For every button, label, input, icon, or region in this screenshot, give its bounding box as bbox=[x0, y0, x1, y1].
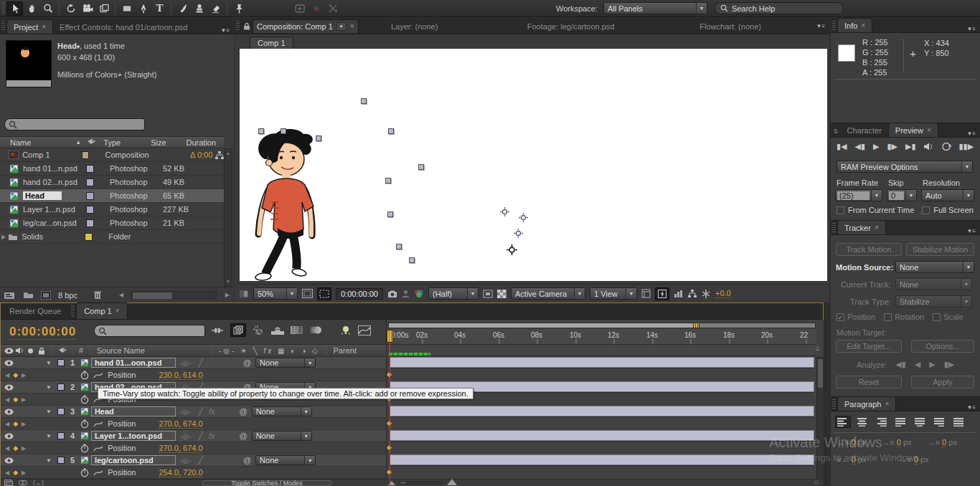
project-row-psd[interactable]: hand 02...n.psd Photoshop 49 KB bbox=[0, 176, 224, 189]
safe-zones-icon[interactable] bbox=[302, 289, 313, 298]
project-hscrollbar[interactable] bbox=[131, 291, 217, 299]
tab-effects-partial[interactable]: s bbox=[831, 123, 841, 137]
eye-icon[interactable] bbox=[4, 409, 14, 415]
close-icon[interactable]: × bbox=[885, 401, 889, 407]
tab-effect-controls[interactable]: Effect Controls: hand 01/cartoon.psd bbox=[53, 20, 194, 34]
timeline-layer-row[interactable]: ▼ 4 Layer 1...toon.psd -◎- ╱ fx @ None▼ bbox=[1, 430, 386, 442]
trash-icon[interactable] bbox=[93, 290, 102, 300]
align-center-button[interactable] bbox=[854, 416, 870, 428]
shy-layers-icon[interactable] bbox=[271, 325, 284, 335]
position-switch-icon[interactable]: -◎- bbox=[180, 359, 191, 367]
keyframe-current-icon[interactable]: ◆ bbox=[13, 371, 18, 378]
live-update-icon[interactable] bbox=[230, 323, 246, 337]
keyframe-prev-icon[interactable]: ◀ bbox=[5, 470, 9, 476]
expand-arrow-icon[interactable]: ▼ bbox=[46, 360, 52, 366]
snapshot-icon[interactable] bbox=[387, 290, 397, 298]
work-area-bar[interactable] bbox=[388, 323, 816, 328]
selection-tool[interactable] bbox=[6, 1, 23, 16]
clone-stamp-tool[interactable] bbox=[191, 1, 207, 16]
target-region-icon[interactable] bbox=[483, 290, 493, 298]
panel-menu-icon[interactable]: ▼≡ bbox=[962, 228, 980, 234]
eye-icon[interactable] bbox=[4, 384, 14, 391]
layer-handle[interactable] bbox=[387, 211, 393, 217]
close-icon[interactable]: × bbox=[927, 128, 931, 133]
layer-handle[interactable] bbox=[418, 164, 424, 170]
timeline-layer-row[interactable]: ▼ 3 Head -◎- ╱ fx @ None▼ bbox=[1, 406, 386, 418]
timeline-zoom-slider[interactable] bbox=[400, 481, 443, 485]
close-icon[interactable]: × bbox=[116, 308, 120, 314]
ram-preview-button[interactable]: ▮▮▶ bbox=[959, 142, 974, 151]
frame-blending-icon[interactable] bbox=[291, 325, 303, 335]
type-tool[interactable]: T bbox=[151, 1, 168, 16]
reset-exposure-icon[interactable] bbox=[701, 289, 711, 299]
track-motion-button[interactable]: Track Motion bbox=[836, 243, 902, 256]
layer-label-color[interactable] bbox=[57, 457, 65, 464]
layer-handle[interactable] bbox=[409, 257, 415, 263]
indent-first-value[interactable]: 0 bbox=[897, 438, 901, 447]
layer-handle[interactable] bbox=[396, 244, 402, 249]
show-snapshot-icon[interactable] bbox=[402, 290, 410, 298]
always-preview-icon[interactable] bbox=[239, 290, 249, 298]
layer-duration-bar[interactable] bbox=[390, 430, 814, 441]
layer-label-color[interactable] bbox=[57, 408, 65, 415]
parent-dropdown[interactable]: None▼ bbox=[255, 455, 316, 465]
close-icon[interactable]: × bbox=[350, 24, 354, 29]
quality-switch-icon[interactable]: ╱ bbox=[198, 456, 203, 465]
justify-last-center-button[interactable] bbox=[913, 416, 928, 428]
layer-label-color[interactable] bbox=[57, 383, 65, 391]
layer-duration-bar[interactable] bbox=[390, 406, 814, 416]
quality-switch-icon[interactable]: ╱ bbox=[198, 358, 203, 368]
label-color[interactable] bbox=[86, 178, 94, 186]
parent-dropdown[interactable]: None▼ bbox=[255, 358, 316, 368]
layer-handle[interactable] bbox=[281, 128, 286, 134]
fx-switch-icon[interactable]: fx bbox=[209, 407, 215, 416]
tab-info[interactable]: Info× bbox=[837, 18, 872, 32]
ram-preview-options-dropdown[interactable]: RAM Preview Options▼ bbox=[837, 161, 973, 173]
region-of-interest-icon[interactable] bbox=[317, 287, 331, 300]
align-right-button[interactable] bbox=[874, 416, 890, 428]
expand-arrow-icon[interactable]: ▼ bbox=[46, 433, 52, 439]
first-frame-button[interactable]: ▮◀ bbox=[837, 142, 847, 151]
layer-label-color[interactable] bbox=[57, 359, 65, 366]
scroll-left-icon[interactable]: ◀ bbox=[119, 292, 123, 298]
chevron-down-icon[interactable]: ▼ bbox=[336, 22, 347, 31]
keyframe-next-icon[interactable]: ▶ bbox=[22, 396, 26, 403]
scroll-right-icon[interactable]: ▶ bbox=[225, 292, 230, 298]
justify-all-button[interactable] bbox=[951, 416, 967, 428]
project-search-field[interactable] bbox=[4, 118, 145, 130]
panel-menu-icon[interactable]: ▼≡ bbox=[962, 404, 980, 411]
tab-paragraph[interactable]: Paragraph× bbox=[837, 396, 896, 411]
position-value[interactable]: 270.0, 674.0 bbox=[159, 419, 202, 429]
motion-blur-icon[interactable] bbox=[310, 325, 322, 335]
previous-frame-button[interactable]: ◀▮ bbox=[855, 142, 866, 151]
expand-arrow-icon[interactable]: ▶ bbox=[1, 234, 6, 240]
pen-tool[interactable] bbox=[135, 1, 151, 16]
workspace-dropdown[interactable]: All Panels▼ bbox=[603, 2, 707, 14]
exposure-value[interactable]: +0.0 bbox=[715, 289, 731, 298]
project-list-header[interactable]: Name ▲ Type Size Duration bbox=[0, 136, 224, 148]
view-layout-dropdown[interactable]: 1 View▼ bbox=[590, 287, 637, 300]
stopwatch-icon[interactable] bbox=[80, 468, 89, 477]
expand-arrow-icon[interactable]: ▼ bbox=[46, 409, 52, 415]
magnification-dropdown[interactable]: 50%▼ bbox=[253, 287, 298, 300]
expand-transfer-icon[interactable] bbox=[19, 480, 27, 486]
comp-marker-bin-icon[interactable]: ⌂ bbox=[816, 344, 820, 352]
draft-3d-icon[interactable] bbox=[253, 325, 265, 335]
resolution-dropdown[interactable]: (Half)▼ bbox=[428, 287, 479, 300]
keyframe-next-icon[interactable]: ▶ bbox=[22, 445, 26, 452]
tab-preview[interactable]: Preview× bbox=[888, 123, 938, 137]
motion-source-dropdown[interactable]: None▼ bbox=[895, 261, 974, 273]
stabilize-motion-button[interactable]: Stabilize Motion bbox=[906, 243, 974, 256]
project-row-psd[interactable]: Layer 1...n.psd Photoshop 227 KB bbox=[0, 203, 224, 216]
justify-last-right-button[interactable] bbox=[932, 416, 948, 428]
keyframe-prev-icon[interactable]: ◀ bbox=[5, 372, 9, 378]
layer-duration-bar[interactable] bbox=[390, 454, 814, 465]
panel-menu-icon[interactable]: ▼≡ bbox=[811, 23, 829, 29]
resolution-preview-dropdown[interactable]: Auto▼ bbox=[921, 189, 974, 201]
panel-menu-icon[interactable]: ▼≡ bbox=[216, 27, 234, 34]
eye-icon[interactable] bbox=[4, 433, 14, 439]
timeline-icon[interactable] bbox=[641, 289, 651, 298]
label-color[interactable] bbox=[86, 165, 94, 173]
expand-inout-icon[interactable]: {↔} bbox=[33, 480, 44, 486]
project-row-folder[interactable]: ▶ Solids Folder bbox=[0, 230, 224, 244]
